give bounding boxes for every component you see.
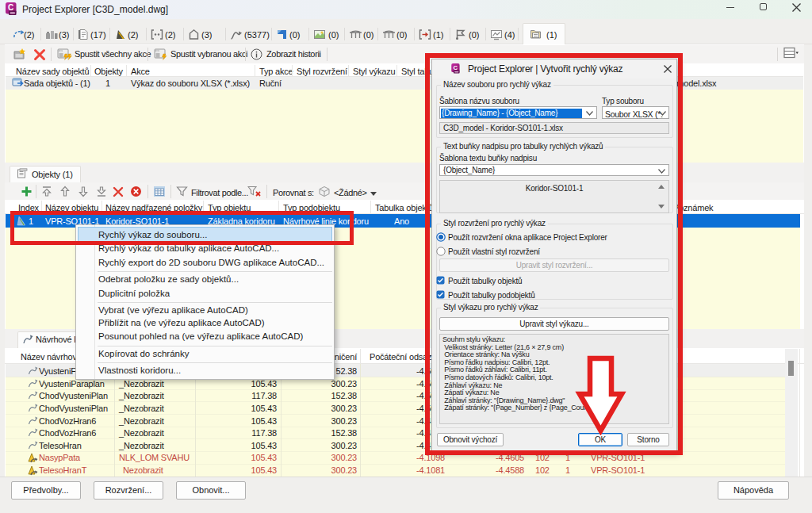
- svg-text:C: C: [8, 3, 13, 12]
